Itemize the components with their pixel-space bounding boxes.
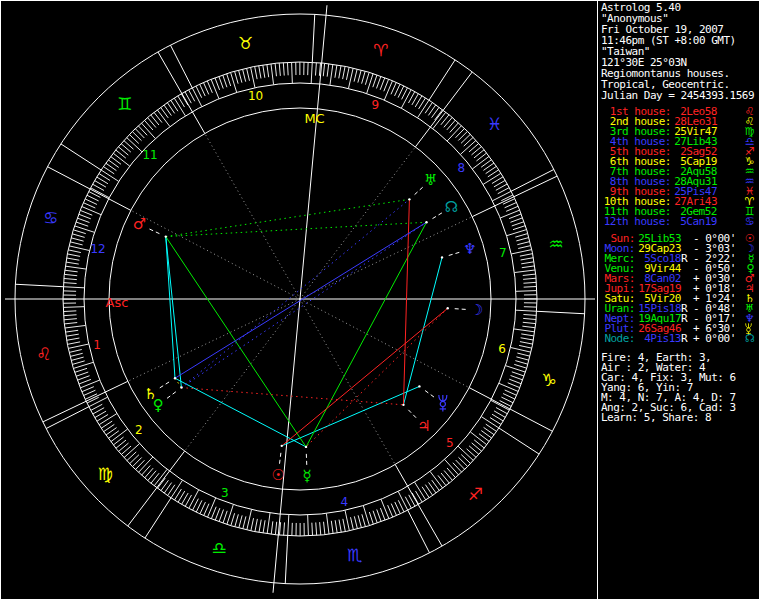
degree-tick [373, 75, 377, 87]
house-number: 8 [457, 161, 465, 175]
sun-pointer [280, 450, 282, 464]
degree-tick [64, 278, 77, 279]
sign-boundary [312, 14, 314, 62]
degree-tick [483, 173, 501, 184]
degree-tick [63, 311, 76, 312]
square-aspect-line [403, 199, 409, 405]
aries-sign-icon: ♈ [373, 40, 388, 60]
chart-header: Astrolog 5.40 "Anonymous" Fri October 19… [601, 3, 757, 102]
degree-tick [251, 67, 255, 88]
degree-tick [513, 226, 525, 230]
degree-tick [133, 457, 142, 466]
degree-tick [67, 258, 80, 260]
degree-tick [384, 79, 389, 91]
sign-boundary [170, 45, 192, 88]
degree-tick [259, 66, 261, 79]
degree-tick [101, 170, 119, 181]
mercury-icon: ☿ [303, 467, 312, 485]
degree-tick [415, 482, 426, 500]
degree-tick [284, 522, 285, 535]
degree-tick [516, 310, 537, 311]
midheaven-label: MC [304, 111, 324, 126]
house-cusp-line-outer [469, 388, 552, 432]
degree-tick [515, 234, 527, 238]
degree-tick [65, 325, 86, 328]
degree-tick [259, 520, 261, 533]
degree-tick [80, 210, 92, 215]
degree-tick [491, 400, 510, 410]
trine-aspect-line [166, 237, 306, 447]
degree-tick [335, 65, 337, 78]
degree-tick [247, 68, 250, 81]
degree-tick [82, 387, 94, 392]
degree-tick [458, 131, 467, 140]
house-number: 11 [142, 148, 157, 162]
degree-tick [64, 323, 77, 324]
degree-tick [207, 81, 212, 93]
degree-tick [362, 514, 366, 526]
degree-tick [401, 90, 411, 109]
jupiter-point [402, 404, 404, 406]
degree-tick [461, 455, 470, 464]
element-tally-list: Fire: 4, Earth: 3,Air : 2, Water: 4Car: … [601, 353, 757, 423]
degree-tick [64, 283, 77, 284]
aquarius-sign-icon: ♒ [549, 234, 564, 254]
degree-tick [521, 338, 534, 340]
degree-tick [523, 314, 536, 315]
degree-tick [129, 134, 138, 143]
degree-tick [288, 515, 289, 536]
degree-tick [65, 270, 78, 272]
sign-boundary [429, 60, 455, 100]
moon-icon: ☽ [470, 301, 483, 319]
panel-divider [597, 0, 598, 600]
degree-tick [70, 242, 83, 245]
degree-tick [271, 521, 273, 534]
planet-position-list: Sun:25Lib53- 0°00'☉Moon:29Cap23- 3°03'☽M… [601, 234, 757, 344]
degree-tick [292, 62, 293, 83]
degree-tick [64, 315, 77, 316]
degree-tick [227, 74, 231, 86]
house-number: 10 [248, 89, 263, 103]
degree-tick [373, 511, 377, 523]
degree-tick [516, 357, 529, 360]
degree-tick [71, 238, 84, 241]
house-cusp-line-outer [395, 465, 442, 546]
house-number: 12 [90, 242, 105, 256]
cancer-sign-icon: ♋ [43, 208, 58, 228]
sextile-aspect-line [175, 378, 306, 447]
degree-tick [524, 286, 537, 287]
house-cusp-line [205, 133, 300, 299]
capricorn-sign-icon: ♑ [542, 370, 557, 390]
uranus-pointer [412, 187, 422, 196]
degree-tick [247, 509, 252, 529]
neptune-icon: ♆ [463, 240, 476, 258]
house-cusp-line [131, 210, 300, 299]
degree-tick [523, 322, 536, 323]
moon-point [447, 307, 449, 309]
degree-tick [523, 318, 536, 319]
degree-tick [324, 522, 325, 535]
degree-tick [512, 372, 524, 376]
degree-tick [343, 519, 345, 532]
degree-tick [239, 515, 242, 528]
house-cusp-value: 5Can19 [671, 217, 717, 227]
degree-tick [283, 63, 284, 76]
degree-tick [345, 510, 349, 531]
house-cusp-line [185, 299, 300, 451]
pluto-point [418, 385, 420, 387]
degree-tick [512, 222, 524, 226]
degree-tick [83, 203, 95, 208]
degree-tick [522, 266, 535, 268]
degree-tick [219, 76, 223, 88]
degree-tick [519, 345, 532, 348]
degree-tick [376, 76, 380, 88]
mercury-point [305, 446, 307, 448]
sign-boundary [285, 536, 287, 584]
degree-tick [67, 342, 80, 344]
degree-tick [351, 517, 354, 530]
degree-tick [331, 521, 333, 534]
degree-tick [267, 64, 269, 77]
chart-wheel: AscMC♈♉♊♋♌♍♎♏♐♑♒♓123456789101112☉☽☿♀♂♃♄♅… [0, 0, 598, 600]
julian-day: Julian Day = 2454393.1569 [601, 91, 757, 102]
venus-point [180, 386, 182, 388]
